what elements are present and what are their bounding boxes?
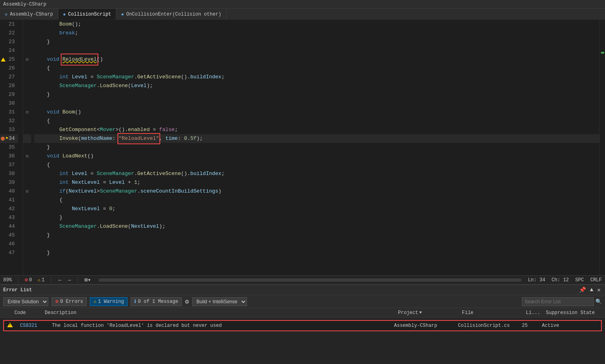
panel-title-text: Error List [3, 287, 32, 293]
collapse-gutter: ⊟ ⊟ ⊟ ⊟ [23, 20, 31, 275]
error-rows-container: CS8321 The local function 'ReloadLevel' … [0, 318, 605, 334]
code-line-30 [34, 99, 599, 108]
title-bar: Assembly-CSharp [0, 0, 605, 9]
line-num-45: 45 [0, 231, 18, 240]
scope-select[interactable]: Entire Solution [3, 297, 48, 306]
code-line-47: } [34, 249, 599, 257]
line-num-36: 36 [0, 152, 18, 161]
status-right: Ln: 34 Ch: 12 SPC CRLF [528, 277, 602, 283]
line-ending-indicator: CRLF [590, 277, 602, 283]
code-line-42: NextLevel = 0; [34, 205, 599, 213]
row-0-code: CS8321 [17, 323, 49, 328]
line-num-41: 41 [0, 196, 18, 205]
line-num-38: 38 [0, 169, 18, 178]
project-sort-icon: ▼ [419, 310, 422, 315]
filter-warnings-btn[interactable]: ⚠ 1 Warning [90, 297, 127, 306]
horizontal-scrollbar[interactable] [99, 278, 521, 282]
line-num-40: 40 [0, 187, 18, 196]
build-filter-select[interactable]: Build + IntelliSense [192, 297, 247, 306]
code-scrollbar-bar: 89% | ⊗ 0 ⚠ 1 | ← → | ⊞▾ Ln: 34 Ch: 12 [0, 275, 605, 284]
filter-messages-btn[interactable]: ℹ 0 of 1 Message [131, 297, 182, 306]
line-num-31: 31 [0, 108, 18, 117]
error-count-text: 0 [29, 277, 32, 283]
line-num-46: 46 [0, 240, 18, 249]
code-area: 21 22 23 24 25 26 27 28 29 30 31 32 33 [0, 20, 605, 284]
row-0-type-icon [7, 322, 17, 329]
tab-icon-collision: ◈ [63, 12, 66, 17]
collapse-31[interactable]: ⊟ [23, 108, 31, 117]
error-count-indicator[interactable]: ⊗ 0 [24, 276, 32, 283]
panel-arrow-up-btn[interactable]: ▲ [589, 286, 594, 293]
code-lines[interactable]: Boom(); break; } void ReloadLevel() [31, 20, 599, 275]
col-header-project[interactable]: Project ▼ [398, 310, 462, 316]
collapse-25[interactable]: ⊟ [23, 55, 31, 64]
nav-back-btn[interactable]: ← [57, 277, 63, 283]
col-header-line[interactable]: Li... [526, 310, 546, 316]
code-line-37: { [34, 161, 599, 169]
code-line-46 [34, 240, 599, 249]
col-header-code[interactable]: Code [13, 310, 45, 316]
tab-assembly-csharp[interactable]: ◇ Assembly-CSharp [0, 9, 58, 20]
line-num-32: 32 [0, 117, 18, 125]
line-num-22: 22 [0, 29, 18, 38]
warning-count-indicator[interactable]: ⚠ 1 [38, 277, 44, 283]
line-num-21: 21 [0, 20, 18, 29]
filter-errors-btn[interactable]: ⊗ 0 Errors [52, 297, 87, 306]
tab-collision-script[interactable]: ◈ CollisionScript [58, 9, 117, 20]
collapse-36[interactable]: ⊟ [23, 152, 31, 161]
line-num-35: 35 [0, 143, 18, 152]
tab-on-collision-enter[interactable]: ◈ OnCollisionEnter(Collision other) [116, 9, 226, 20]
code-line-43: } [34, 213, 599, 222]
encoding-indicator: SPC [575, 277, 584, 283]
line-num-34: ⚑ 34 [0, 134, 18, 143]
col-header-suppression[interactable]: Suppression State [546, 310, 602, 316]
panel-pin-btn[interactable]: 📌 [578, 286, 587, 293]
errors-filter-label: 0 Errors [60, 299, 83, 304]
code-line-44: SceneManager.LoadScene(NextLevel); [34, 222, 599, 231]
tab-label-on-collision: OnCollisionEnter(Collision other) [126, 12, 221, 17]
search-icon[interactable]: 🔍 [595, 298, 602, 305]
line-num-29: 29 [0, 90, 18, 99]
code-line-40: if(NextLevel>SceneManager.sceneCountInBu… [34, 187, 599, 196]
code-line-45: } [34, 231, 599, 240]
panel-close-btn[interactable]: ✕ [596, 286, 602, 293]
line-num-33: 33 [0, 125, 18, 134]
panel-title-bar: Error List 📌 ▲ ✕ [0, 285, 605, 295]
line-number-gutter: 21 22 23 24 25 26 27 28 29 30 31 32 33 [0, 20, 31, 275]
line-indicator: Ln: 34 [528, 277, 545, 283]
code-line-26: { [34, 64, 599, 73]
warning-icon [7, 322, 13, 327]
messages-filter-icon: ℹ [134, 298, 136, 304]
nav-menu-btn[interactable]: ⊞▾ [83, 276, 92, 283]
code-line-35: } [34, 143, 599, 152]
code-line-36: void LoadNext() [34, 152, 599, 161]
zoom-level: 89% [3, 277, 12, 283]
line-num-37: 37 [0, 161, 18, 169]
line-num-28: 28 [0, 82, 18, 90]
build-filter-icon[interactable]: ⚙ [185, 298, 189, 306]
line-num-42: 42 [0, 205, 18, 213]
error-table: Code Description Project ▼ File Li... Su… [0, 308, 605, 364]
code-line-41: { [34, 196, 599, 205]
minimap-bar [601, 52, 604, 54]
line-num-30: 30 [0, 99, 18, 108]
code-line-39: int NextLevel = Level + 1; [34, 178, 599, 187]
code-line-32: { [34, 117, 599, 125]
panel-controls: 📌 ▲ ✕ [578, 286, 602, 293]
collapse-40[interactable]: ⊟ [23, 187, 31, 196]
line-num-43: 43 [0, 213, 18, 222]
tab-icon-assembly: ◇ [5, 12, 8, 17]
right-scrollbar[interactable] [599, 20, 605, 275]
search-error-list: 🔍 [522, 297, 602, 306]
search-error-input[interactable] [522, 297, 594, 306]
col-header-file[interactable]: File [462, 310, 526, 316]
panel-toolbar: Entire Solution ⊗ 0 Errors ⚠ 1 Warning ℹ… [0, 295, 605, 308]
error-row-0[interactable]: CS8321 The local function 'ReloadLevel' … [3, 320, 602, 331]
col-header-description[interactable]: Description [45, 310, 398, 316]
tab-label-assembly: Assembly-CSharp [10, 12, 53, 17]
nav-forward-btn[interactable]: → [66, 277, 72, 283]
title-bar-text: Assembly-CSharp [3, 2, 46, 7]
tab-label-collision: CollisionScript [68, 12, 111, 17]
code-line-24 [34, 46, 599, 55]
line-num-27: 27 [0, 73, 18, 82]
